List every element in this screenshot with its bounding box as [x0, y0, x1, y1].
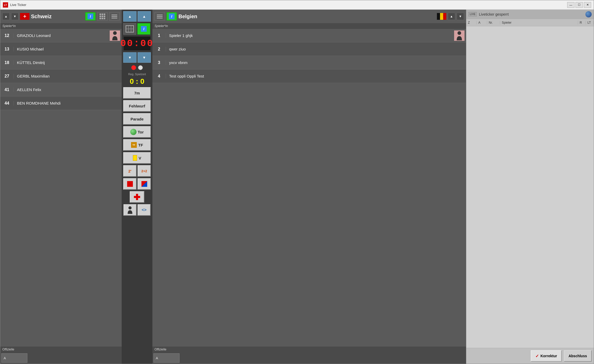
- svg-point-4: [457, 31, 461, 35]
- record-dot-white: [138, 65, 143, 70]
- red-cross-icon: [134, 194, 140, 200]
- score-time-display: 00:00: [120, 38, 154, 49]
- v-button[interactable]: V: [123, 152, 151, 164]
- table-row[interactable]: 18 KÜTTEL Dimitrij: [0, 56, 122, 69]
- player-number: 27: [0, 74, 14, 79]
- liveticker-header: LIVE Liveticker gesperrt: [466, 10, 594, 19]
- table-row[interactable]: 13 KUSIO Michael: [0, 42, 122, 56]
- belgien-down-button[interactable]: ▼: [457, 13, 464, 20]
- red-card-row: [123, 178, 151, 190]
- player-number: 13: [0, 47, 14, 52]
- col-nr: Nr.: [487, 21, 500, 24]
- table-row[interactable]: 3 yxcv vbnm: [152, 56, 466, 69]
- player-name: qwer ziuo: [166, 47, 466, 51]
- restore-button[interactable]: ☐: [576, 2, 583, 8]
- col-z: Z: [466, 21, 477, 24]
- player-icon: [110, 30, 120, 41]
- belgien-offizielle-label: Offizielle: [152, 347, 466, 352]
- record-controls: [123, 64, 151, 71]
- abschluss-button[interactable]: Abschluss: [564, 350, 592, 362]
- player-name: Spieler 1 ghjk: [166, 33, 454, 38]
- two-min-plus-button[interactable]: 2+2: [138, 165, 151, 177]
- player-number: 41: [0, 87, 14, 92]
- yellow-card-icon: [133, 155, 137, 161]
- belgien-list-button[interactable]: [154, 12, 165, 21]
- tf-button[interactable]: TF TF: [123, 139, 151, 151]
- schweiz-player-list: 12 GRAZIOLI Leonard 13 KUSIO Michael 18 …: [0, 29, 122, 347]
- table-row[interactable]: 2 qwer ziuo: [152, 42, 466, 56]
- minimize-button[interactable]: —: [567, 2, 574, 8]
- schweiz-info-button[interactable]: I: [85, 12, 96, 21]
- two-min-row: 2' 2+2: [123, 165, 151, 177]
- two-min-button[interactable]: 2': [123, 165, 137, 177]
- table-row[interactable]: 12 GRAZIOLI Leonard: [0, 29, 122, 42]
- center-panel: ▲ ▲ I 00:00 ▼: [122, 10, 152, 364]
- schweiz-list-button[interactable]: [109, 12, 120, 21]
- center-down-left-button[interactable]: ▼: [123, 52, 137, 63]
- center-up-left-button[interactable]: ▲: [123, 11, 137, 22]
- goal-grid-icon: [126, 25, 134, 33]
- schweiz-team-name: Schweiz: [31, 14, 84, 20]
- fehlwurf-button[interactable]: Fehlwurf: [123, 100, 151, 112]
- liveticker-panel: LIVE Liveticker gesperrt Z A Nr. Spieler…: [466, 10, 594, 364]
- goal-left-button[interactable]: [123, 23, 136, 35]
- belgien-flag: [437, 13, 446, 20]
- center-top-arrows: ▲ ▲: [123, 11, 151, 22]
- close-button[interactable]: ✕: [584, 2, 591, 8]
- center-i-button[interactable]: I: [137, 23, 150, 35]
- schweiz-spieler-header: Spieler*in: [0, 23, 122, 29]
- table-row[interactable]: 44 BEN ROMDHANE Mehdi: [0, 97, 122, 110]
- schweiz-offizielle-input[interactable]: [1, 353, 27, 363]
- code-icon: <>: [142, 208, 147, 212]
- grid-icon: [100, 14, 105, 19]
- score-display: 0 : 0: [130, 77, 144, 86]
- player-name: KÜTTEL Dimitrij: [14, 60, 122, 65]
- korrektur-button[interactable]: ✓ Korrektur: [531, 350, 562, 362]
- medical-button[interactable]: [130, 191, 144, 203]
- player-figure-icon: [127, 206, 133, 214]
- list-icon: [112, 15, 117, 18]
- player-select-button[interactable]: [123, 204, 137, 216]
- schweiz-down-button[interactable]: ▼: [11, 13, 18, 20]
- liveticker-footer: ✓ Korrektur Abschluss: [466, 348, 594, 364]
- blue-red-card-button[interactable]: [138, 178, 151, 190]
- list-icon-right: [157, 15, 163, 18]
- player-icon: [454, 30, 465, 41]
- app-icon: LT: [3, 2, 8, 8]
- schweiz-grid-button[interactable]: [97, 12, 108, 21]
- svg-text:LT: LT: [4, 4, 7, 7]
- 7m-button[interactable]: 7m: [123, 87, 151, 99]
- parade-button[interactable]: Parade: [123, 113, 151, 125]
- table-row[interactable]: 27 GERBL Maximilian: [0, 69, 122, 83]
- schweiz-flag: [20, 13, 29, 20]
- schweiz-up-button[interactable]: ▲: [2, 13, 10, 20]
- 2min-icon: 2': [128, 169, 132, 173]
- medical-row: [123, 191, 151, 203]
- main-area: ▲ ▼ Schweiz I: [0, 10, 594, 364]
- center-down-right-button[interactable]: ▼: [138, 52, 151, 63]
- ticker-table-body: [466, 26, 594, 348]
- table-row[interactable]: 4 Test oppli Oppli Test: [152, 69, 466, 83]
- window-title: Live Ticker: [10, 3, 567, 7]
- bottom-action-row: <>: [123, 204, 151, 216]
- belgien-info-button[interactable]: I: [166, 12, 177, 21]
- window-controls: — ☐ ✕: [567, 2, 591, 8]
- i-center-icon: I: [141, 26, 147, 32]
- player-name: GRAZIOLI Leonard: [14, 33, 110, 38]
- belgien-up-button[interactable]: ▲: [448, 13, 455, 20]
- svg-point-2: [113, 31, 117, 35]
- tor-button[interactable]: Tor: [123, 126, 151, 138]
- center-up-right-button[interactable]: ▲: [138, 11, 151, 22]
- player-name: KUSIO Michael: [14, 47, 122, 51]
- code-button[interactable]: <>: [138, 204, 151, 216]
- svg-point-3: [128, 206, 132, 209]
- red-card-button[interactable]: [123, 178, 137, 190]
- belgien-offizielle-input[interactable]: [153, 353, 180, 363]
- belgien-player-list: 1 Spieler 1 ghjk 2 qwer ziuo 3 yxcv vbnm…: [152, 29, 466, 347]
- main-window: LT Live Ticker — ☐ ✕ ▲ ▼ Schweiz I: [0, 0, 594, 364]
- tf-icon: TF: [131, 142, 137, 148]
- table-row[interactable]: 41 AELLEN Felix: [0, 83, 122, 97]
- i-icon: I: [88, 14, 93, 19]
- liveticker-title: Liveticker gesperrt: [479, 12, 583, 16]
- table-row[interactable]: 1 Spieler 1 ghjk: [152, 29, 466, 42]
